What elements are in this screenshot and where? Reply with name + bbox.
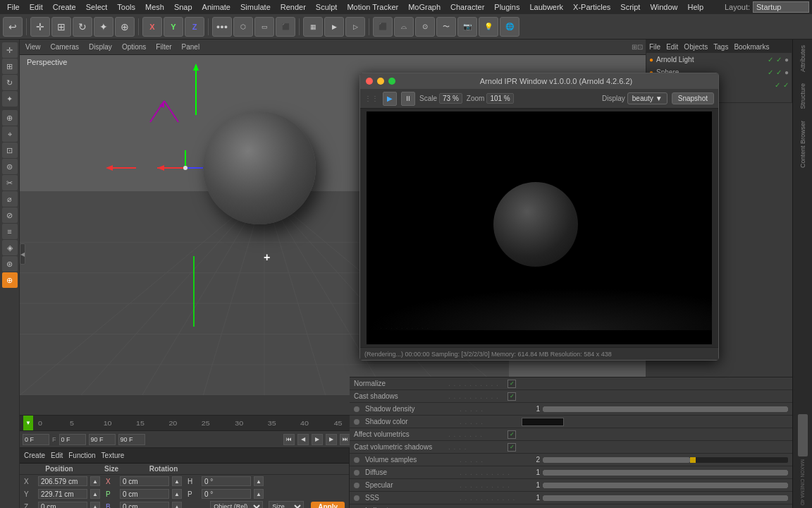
- scale-value[interactable]: 73 %: [439, 93, 462, 104]
- z-axis-btn[interactable]: Z: [185, 17, 204, 37]
- pos-x-field[interactable]: [38, 476, 87, 486]
- size-z-field[interactable]: [120, 502, 169, 508]
- left-icon-15-active[interactable]: ⊕: [2, 272, 18, 288]
- render-btn[interactable]: ▶: [324, 17, 344, 37]
- polys-btn[interactable]: ▭: [254, 17, 274, 37]
- vp-display-btn[interactable]: Display: [86, 42, 115, 52]
- undo-btn[interactable]: ↩: [3, 17, 23, 37]
- coord-menu-edit[interactable]: Edit: [51, 452, 63, 459]
- select-btn[interactable]: ⊕: [115, 17, 135, 37]
- size-type-select[interactable]: Size Scale: [269, 501, 304, 508]
- menu-script[interactable]: Script: [616, 2, 644, 12]
- obj-row-arnold-light[interactable]: ● Arnold Light ✓ ✓ ●: [646, 53, 792, 66]
- render-region-btn[interactable]: ▦: [303, 17, 323, 37]
- left-icon-3[interactable]: ↻: [2, 75, 18, 90]
- camera-btn[interactable]: 📷: [457, 17, 477, 37]
- vp-panel-btn[interactable]: Panel: [179, 42, 203, 52]
- menu-file[interactable]: File: [3, 2, 24, 12]
- size-y-field[interactable]: [120, 489, 169, 499]
- frame-field-2[interactable]: [59, 434, 86, 445]
- ipr-pause-button[interactable]: ⏸: [401, 92, 415, 106]
- coord-menu-function[interactable]: Function: [68, 452, 95, 459]
- panel-collapse-handle[interactable]: ◀: [20, 243, 25, 265]
- edges-btn[interactable]: ⬡: [233, 17, 253, 37]
- rotate-tool-btn[interactable]: ↻: [73, 17, 92, 37]
- obj-menu-bookmarks[interactable]: Bookmarks: [734, 43, 769, 51]
- obj-menu-tags[interactable]: Tags: [713, 43, 728, 51]
- spline-btn[interactable]: ⌓: [394, 17, 414, 37]
- rot-p-up[interactable]: ▲: [254, 489, 264, 499]
- specular-slider[interactable]: [543, 483, 788, 488]
- left-icon-4[interactable]: ✦: [2, 91, 18, 107]
- menu-animate[interactable]: Animate: [198, 2, 235, 12]
- menu-select[interactable]: Select: [82, 2, 112, 12]
- menu-render[interactable]: Render: [276, 2, 310, 12]
- ipr-minimize-button[interactable]: [377, 78, 384, 85]
- next-frame-btn[interactable]: ▶: [326, 434, 337, 445]
- vp-view-btn[interactable]: View: [23, 42, 44, 52]
- menu-create[interactable]: Create: [49, 2, 80, 12]
- menu-mesh[interactable]: Mesh: [141, 2, 168, 12]
- x-axis-btn[interactable]: X: [142, 17, 162, 37]
- cast-vol-shadows-checkbox[interactable]: ✓: [508, 443, 516, 452]
- rot-h-up[interactable]: ▲: [254, 476, 264, 486]
- move-tool-btn[interactable]: ✛: [30, 17, 50, 37]
- obj-menu-file[interactable]: File: [649, 43, 660, 51]
- pos-y-field[interactable]: [38, 489, 87, 499]
- attributes-tab[interactable]: Attributes: [796, 40, 809, 78]
- left-icon-5[interactable]: ⊕: [2, 110, 18, 126]
- current-frame-field[interactable]: [23, 434, 49, 445]
- structure-tab[interactable]: Structure: [796, 78, 809, 115]
- cube-btn[interactable]: ⬛: [373, 17, 393, 37]
- size-y-up[interactable]: ▲: [172, 489, 182, 499]
- left-icon-8[interactable]: ⊜: [2, 159, 18, 174]
- layout-select[interactable]: [753, 1, 809, 13]
- vp-cameras-btn[interactable]: Cameras: [48, 42, 82, 52]
- prev-frame-btn[interactable]: ◀: [297, 434, 309, 445]
- points-btn[interactable]: ●●●: [212, 17, 232, 37]
- shadow-color-swatch[interactable]: [522, 418, 564, 426]
- coord-menu-texture[interactable]: Texture: [102, 452, 125, 459]
- left-icon-14[interactable]: ⊛: [2, 256, 18, 272]
- ipr-play-button[interactable]: ▶: [383, 92, 397, 106]
- rot-p-field[interactable]: [202, 489, 251, 499]
- left-icon-7[interactable]: ⊡: [2, 143, 18, 158]
- affect-vol-checkbox[interactable]: ✓: [508, 430, 516, 439]
- left-icon-1[interactable]: ✛: [2, 42, 18, 58]
- transform-btn[interactable]: ✦: [94, 17, 113, 37]
- diffuse-slider[interactable]: [543, 470, 788, 476]
- menu-xparticles[interactable]: X-Particles: [569, 2, 615, 12]
- left-icon-6[interactable]: ⌖: [2, 126, 18, 142]
- ipr-maximize-button[interactable]: [388, 78, 395, 85]
- end-frame-field[interactable]: [89, 434, 116, 445]
- scene-btn[interactable]: 🌐: [500, 17, 519, 37]
- frame-field-4[interactable]: [118, 434, 145, 445]
- rot-h-field[interactable]: [202, 476, 251, 486]
- go-start-btn[interactable]: ⏮: [283, 434, 295, 445]
- left-icon-9[interactable]: ✂: [2, 175, 18, 190]
- menu-window[interactable]: Window: [646, 2, 682, 12]
- pos-z-field[interactable]: [38, 502, 87, 508]
- size-x-field[interactable]: [120, 476, 169, 486]
- object-btn[interactable]: ⬛: [276, 17, 295, 37]
- coord-menu-create[interactable]: Create: [24, 452, 45, 459]
- pos-x-up[interactable]: ▲: [90, 476, 100, 486]
- sweep-btn[interactable]: ⊙: [415, 17, 435, 37]
- size-z-up[interactable]: ▲: [172, 502, 182, 508]
- coord-system-select[interactable]: Object (Rel) World: [210, 501, 263, 508]
- content-browser-tab[interactable]: Content Browser: [796, 115, 809, 174]
- zoom-value[interactable]: 101 %: [486, 93, 513, 104]
- right-scrollbar-thumb[interactable]: [798, 414, 808, 456]
- menu-plugins[interactable]: Plugins: [490, 2, 524, 12]
- sss-slider[interactable]: [543, 495, 788, 501]
- display-dropdown[interactable]: beauty ▼: [627, 92, 668, 104]
- play-btn[interactable]: ▶: [312, 434, 323, 445]
- normalize-checkbox[interactable]: ✓: [508, 380, 516, 388]
- menu-sculpt[interactable]: Sculpt: [312, 2, 342, 12]
- y-axis-btn[interactable]: Y: [164, 17, 183, 37]
- menu-character[interactable]: Character: [446, 2, 488, 12]
- vol-samples-slider[interactable]: [543, 457, 788, 463]
- obj-menu-edit[interactable]: Edit: [666, 43, 678, 51]
- left-icon-11[interactable]: ⊘: [2, 207, 18, 223]
- light-btn[interactable]: 💡: [479, 17, 498, 37]
